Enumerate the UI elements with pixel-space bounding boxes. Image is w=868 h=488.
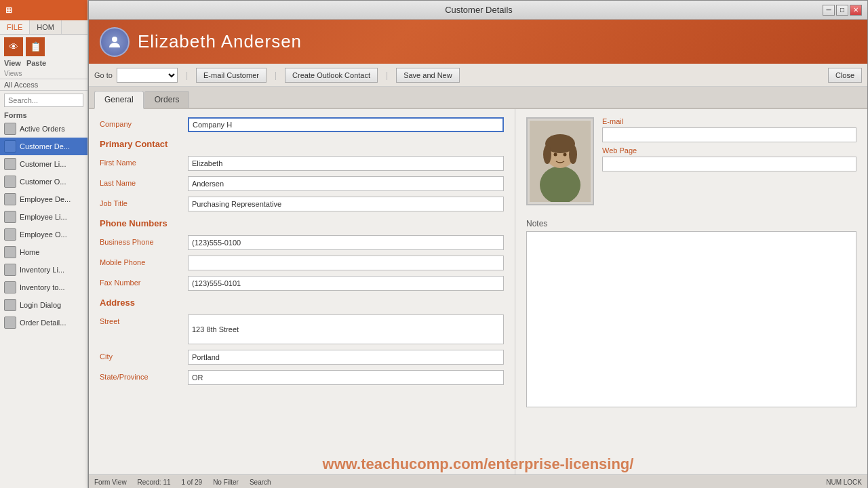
main-window: Customer Details ─ □ ✕ Elizabeth Anderse… [88, 0, 868, 488]
business-phone-row: Business Phone [100, 235, 504, 250]
webpage-input[interactable] [602, 157, 856, 171]
goto-label: Go to [94, 71, 113, 79]
sidebar-item-order-details[interactable]: Order Detail... [0, 314, 87, 331]
sidebar-item-employee-list[interactable]: Employee Li... [0, 208, 87, 226]
search-input[interactable] [4, 94, 83, 107]
customer-list-icon [4, 158, 16, 170]
sidebar-item-employee-orders[interactable]: Employee O... [0, 226, 87, 243]
of-label: 1 of 29 [182, 479, 203, 486]
sidebar-item-inventory-list[interactable]: Inventory Li... [0, 261, 87, 279]
nav-label-customer-orders: Customer O... [20, 178, 66, 186]
sidebar-item-home[interactable]: Home [0, 243, 87, 261]
sidebar-item-active-orders[interactable]: Active Orders [0, 120, 87, 138]
address-header: Address [100, 298, 504, 309]
sidebar-item-customer-details[interactable]: Customer De... [0, 138, 87, 155]
view-icon: 👁 [4, 37, 23, 56]
toolbar-divider3: | [386, 70, 388, 80]
customer-details-icon [4, 140, 16, 152]
state-row: State/Province [100, 370, 504, 385]
toolbar-divider1: | [186, 70, 188, 80]
street-row: Street [100, 314, 504, 344]
file-tab[interactable]: FILE [0, 20, 30, 34]
notes-label: Notes [526, 219, 856, 228]
filter-label: No Filter [213, 479, 239, 486]
nav-label-employee-details: Employee De... [20, 195, 71, 203]
tabs-bar: General Orders [89, 87, 867, 109]
create-outlook-button[interactable]: Create Outlook Contact [285, 68, 378, 83]
last-name-label: Last Name [100, 176, 188, 187]
view-label: View [4, 59, 21, 67]
nav-label-home: Home [20, 248, 39, 256]
sidebar-item-login-dialog[interactable]: Login Dialog [0, 296, 87, 314]
order-details-icon [4, 317, 16, 329]
primary-contact-header: Primary Contact [100, 139, 504, 150]
sidebar-item-employee-details[interactable]: Employee De... [0, 190, 87, 208]
nav-label-customer-details: Customer De... [20, 142, 70, 150]
minimize-button[interactable]: ─ [823, 5, 835, 16]
nav-label-active-orders: Active Orders [20, 125, 65, 133]
close-form-button[interactable]: Close [828, 68, 862, 83]
customer-orders-icon [4, 176, 16, 188]
tab-general[interactable]: General [94, 91, 144, 109]
street-input[interactable] [188, 314, 504, 344]
email-input[interactable] [602, 127, 856, 142]
city-input[interactable] [188, 350, 504, 365]
goto-select[interactable] [117, 68, 178, 83]
state-label: State/Province [100, 370, 188, 381]
phone-numbers-header: Phone Numbers [100, 218, 504, 230]
mobile-phone-label: Mobile Phone [100, 256, 188, 266]
notes-textarea[interactable] [526, 231, 856, 407]
nav-label-customer-list: Customer Li... [20, 160, 66, 168]
state-input[interactable] [188, 370, 504, 385]
last-name-row: Last Name [100, 176, 504, 191]
nav-label-inventory-list: Inventory Li... [20, 266, 64, 274]
window-controls: ─ □ ✕ [823, 5, 862, 16]
customer-name: Elizabeth Andersen [138, 31, 302, 52]
fax-number-input[interactable] [188, 276, 504, 291]
street-label: Street [100, 314, 188, 325]
paste-label: Paste [26, 59, 46, 67]
first-name-input[interactable] [188, 156, 504, 171]
tab-orders[interactable]: Orders [144, 91, 190, 108]
mobile-phone-row: Mobile Phone [100, 256, 504, 270]
last-name-input[interactable] [188, 176, 504, 191]
city-label: City [100, 350, 188, 361]
job-title-input[interactable] [188, 197, 504, 211]
svg-point-8 [564, 153, 567, 157]
job-title-row: Job Title [100, 197, 504, 211]
status-right: NUM LOCK [826, 479, 862, 486]
first-name-label: First Name [100, 156, 188, 167]
right-panel: E-mail Web Page Notes [515, 109, 867, 474]
company-input[interactable] [188, 117, 504, 132]
business-phone-label: Business Phone [100, 235, 188, 246]
forms-label: Forms [0, 110, 87, 120]
email-label: E-mail [602, 117, 856, 125]
toolbar-divider2: | [275, 70, 277, 80]
home-icon [4, 246, 16, 258]
sidebar-item-inventory-to[interactable]: Inventory to... [0, 279, 87, 296]
svg-point-7 [554, 153, 557, 157]
mobile-phone-input[interactable] [188, 256, 504, 270]
email-customer-button[interactable]: E-mail Customer [196, 68, 267, 83]
close-button[interactable]: ✕ [850, 5, 862, 16]
webpage-label: Web Page [602, 146, 856, 155]
sidebar-item-customer-orders[interactable]: Customer O... [0, 173, 87, 190]
fax-number-label: Fax Number [100, 276, 188, 287]
employee-details-icon [4, 193, 16, 205]
active-orders-icon [4, 123, 16, 135]
job-title-label: Job Title [100, 197, 188, 207]
toolbar: Go to | E-mail Customer | Create Outlook… [89, 64, 867, 87]
ribbon-bar: ⊞ [0, 0, 87, 20]
photo-email-area: E-mail Web Page [526, 117, 856, 211]
sidebar-item-customer-list[interactable]: Customer Li... [0, 155, 87, 173]
all-access-label: All Access [0, 79, 87, 91]
numlock-label: NUM LOCK [826, 479, 862, 486]
content-area: Company Primary Contact First Name Last … [89, 109, 867, 474]
save-new-button[interactable]: Save and New [396, 68, 460, 83]
business-phone-input[interactable] [188, 235, 504, 250]
company-label: Company [100, 117, 188, 128]
sidebar: ⊞ FILE HOM 👁 📋 View Paste Views All Acce… [0, 0, 88, 488]
maximize-button[interactable]: □ [836, 5, 848, 16]
home-tab[interactable]: HOM [30, 20, 62, 34]
paste-icon: 📋 [26, 37, 45, 56]
